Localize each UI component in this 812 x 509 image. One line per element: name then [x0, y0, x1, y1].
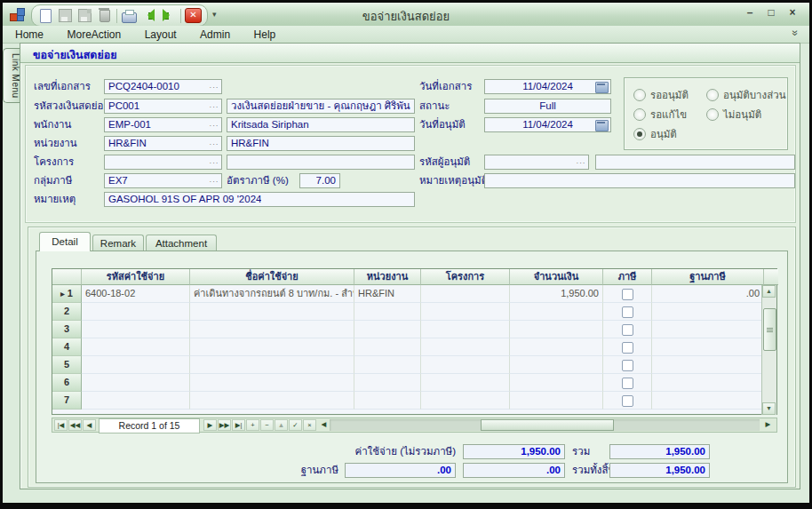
prev-page-button[interactable]: ◀◀ [68, 419, 82, 431]
cell-name[interactable] [190, 338, 354, 356]
cell-name[interactable]: ค่าเดินทางจากรถยนต์ 8 บาท/กม. - สำนั... [190, 285, 354, 303]
edit-row-button[interactable]: ▲ [275, 419, 288, 431]
doc-no-field[interactable]: PCQ2404-0010 [104, 79, 222, 94]
tab-remark[interactable]: Remark [92, 235, 144, 251]
grid-header-name[interactable]: ชื่อค่าใช้จ่าย [190, 269, 354, 285]
cell-code[interactable] [82, 321, 190, 338]
cell-code[interactable] [82, 392, 190, 410]
tax-rate-field[interactable]: 7.00 [299, 173, 340, 188]
radio-not-approved[interactable]: ไม่อนุมัติ [706, 107, 761, 123]
cell-name[interactable] [190, 303, 354, 321]
cell-project[interactable] [421, 321, 510, 338]
cell-dept[interactable] [354, 356, 421, 374]
project-field[interactable] [104, 155, 222, 170]
petty-cash-code-field[interactable]: PC001 [104, 99, 222, 114]
hscroll-left-icon[interactable]: ◀ [317, 419, 330, 431]
delete-icon[interactable] [96, 8, 113, 24]
table-row[interactable]: 6 [52, 374, 764, 392]
grid-header-amount[interactable]: จำนวนเงิน [510, 269, 603, 285]
close-button[interactable]: × [786, 6, 799, 19]
radio-pending-revision[interactable]: รอแก้ไข [633, 107, 687, 123]
cell-code[interactable] [82, 374, 190, 392]
approve-date-field[interactable]: 11/04/2024 [484, 117, 611, 132]
petty-cash-lookup-icon[interactable] [208, 99, 220, 113]
delete-row-button[interactable]: − [260, 419, 274, 431]
toolbar-overflow-icon[interactable]: ▾ [212, 10, 217, 19]
tax-checkbox[interactable] [622, 360, 633, 371]
cell-amount[interactable] [510, 356, 603, 374]
department-lookup-icon[interactable] [208, 137, 220, 150]
tax-checkbox[interactable] [622, 306, 633, 318]
table-row[interactable]: 1 6400-18-02 ค่าเดินทางจากรถยนต์ 8 บาท/ก… [52, 285, 764, 303]
horizontal-scroll-thumb[interactable] [481, 419, 614, 431]
project-lookup-icon[interactable] [208, 155, 220, 169]
save-as-icon[interactable] [76, 8, 93, 24]
cell-tax[interactable] [603, 338, 652, 356]
cell-project[interactable] [421, 285, 510, 303]
cell-name[interactable] [190, 321, 354, 338]
row-indicator[interactable]: 2 [52, 303, 82, 321]
vertical-scroll-thumb[interactable] [763, 308, 776, 351]
employee-lookup-icon[interactable] [208, 118, 220, 131]
cell-code[interactable] [82, 338, 190, 356]
back-icon[interactable] [140, 8, 157, 24]
approver-lookup-icon[interactable] [575, 155, 587, 169]
scroll-up-icon[interactable]: ▲ [762, 285, 776, 298]
tab-detail[interactable]: Detail [39, 232, 91, 251]
prev-record-button[interactable]: ◀ [83, 419, 96, 431]
radio-pending-approval[interactable]: รออนุมัติ [633, 87, 689, 103]
cell-amount[interactable] [510, 392, 603, 410]
vertical-scrollbar[interactable]: ▲ ▼ [761, 285, 776, 415]
first-record-button[interactable]: |◀ [54, 419, 68, 431]
cell-amount[interactable] [510, 321, 603, 338]
table-row[interactable]: 5 [52, 356, 764, 374]
scroll-down-icon[interactable]: ▼ [762, 402, 776, 415]
cell-code[interactable] [82, 356, 190, 374]
tax-group-lookup-icon[interactable] [208, 174, 220, 187]
grid-header-code[interactable]: รหัสค่าใช้จ่าย [82, 269, 190, 285]
table-row[interactable]: 7 [52, 392, 764, 410]
row-indicator[interactable]: 6 [52, 374, 82, 392]
cell-taxbase[interactable] [652, 374, 764, 392]
tax-checkbox[interactable] [622, 289, 633, 300]
doc-no-lookup-icon[interactable] [208, 80, 220, 93]
cell-taxbase[interactable] [652, 392, 764, 410]
menu-moreaction[interactable]: MoreAction [67, 26, 121, 41]
cell-project[interactable] [421, 338, 510, 356]
table-row[interactable]: 4 [52, 338, 764, 356]
cell-tax[interactable] [603, 285, 652, 303]
cell-name[interactable] [190, 374, 354, 392]
cell-tax[interactable] [603, 356, 652, 374]
hscroll-right-icon[interactable]: ▶ [761, 419, 775, 431]
menu-layout[interactable]: Layout [145, 26, 177, 41]
cell-name[interactable] [190, 356, 354, 374]
cell-tax[interactable] [603, 303, 652, 321]
menu-home[interactable]: Home [15, 26, 44, 41]
approve-note-field[interactable] [484, 173, 795, 188]
cell-amount[interactable] [510, 303, 603, 321]
append-row-button[interactable]: + [246, 419, 259, 431]
link-menu-tab[interactable]: Link Menu [3, 48, 20, 103]
calendar-icon[interactable] [595, 82, 609, 93]
tax-checkbox[interactable] [622, 342, 633, 354]
cell-taxbase[interactable] [652, 338, 764, 356]
horizontal-scrollbar[interactable] [330, 419, 760, 431]
department-field[interactable]: HR&FIN [104, 136, 222, 151]
cancel-edit-button[interactable]: × [303, 419, 316, 431]
close-form-icon[interactable]: ✕ [185, 8, 202, 24]
cell-taxbase[interactable] [652, 303, 764, 321]
tab-attachment[interactable]: Attachment [146, 235, 217, 251]
cell-amount[interactable]: 1,950.00 [510, 285, 603, 303]
next-record-button[interactable]: ▶ [203, 419, 217, 431]
grid-header-taxbase[interactable]: ฐานภาษี [652, 269, 764, 285]
cell-tax[interactable] [603, 374, 652, 392]
cell-project[interactable] [421, 303, 510, 321]
next-page-button[interactable]: ▶▶ [218, 419, 231, 431]
tax-group-field[interactable]: EX7 [104, 173, 222, 188]
note-field[interactable]: GASOHOL 91S OF APR 09 '2024 [104, 192, 415, 207]
cell-code[interactable] [82, 303, 190, 321]
row-indicator[interactable]: 7 [52, 392, 82, 410]
minimize-button[interactable]: – [744, 6, 756, 19]
cell-tax[interactable] [603, 392, 652, 410]
cell-dept[interactable] [354, 303, 421, 321]
